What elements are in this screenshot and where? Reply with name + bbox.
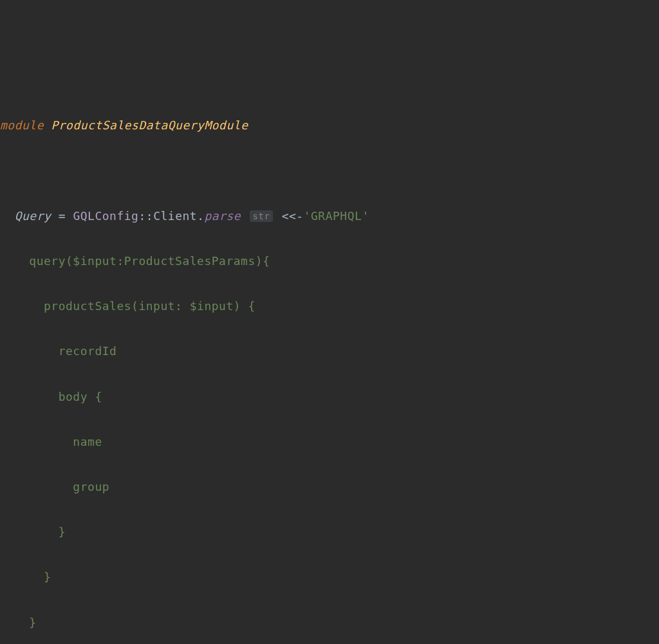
code-line[interactable]: Query = GQLConfig::Client.parse str <<-'… xyxy=(0,205,659,227)
constant-query: Query xyxy=(15,209,51,223)
module-name: ProductSalesDataQueryModule xyxy=(51,118,248,132)
code-line[interactable]: recordId xyxy=(0,340,659,362)
heredoc-content: query($input:ProductSalesParams){ xyxy=(0,254,270,268)
code-line[interactable]: module ProductSalesDataQueryModule xyxy=(0,114,659,136)
code-line[interactable]: name xyxy=(0,430,659,453)
code-line[interactable]: group xyxy=(0,475,659,498)
code-line[interactable]: query($input:ProductSalesParams){ xyxy=(0,250,659,272)
code-line[interactable] xyxy=(0,160,659,182)
constant: GQLConfig xyxy=(73,209,138,223)
method-parse: parse xyxy=(205,209,241,223)
heredoc-tag: 'GRAPHQL' xyxy=(304,209,369,223)
code-line[interactable]: } xyxy=(0,520,659,543)
code-line[interactable]: body { xyxy=(0,385,659,408)
keyword-module: module xyxy=(0,118,44,132)
code-line[interactable]: } xyxy=(0,566,659,588)
inlay-hint-str: str xyxy=(250,210,274,222)
code-editor[interactable]: module ProductSalesDataQueryModule Query… xyxy=(0,91,659,644)
code-line[interactable]: } xyxy=(0,611,659,634)
code-line[interactable]: productSales(input: $input) { xyxy=(0,295,659,317)
